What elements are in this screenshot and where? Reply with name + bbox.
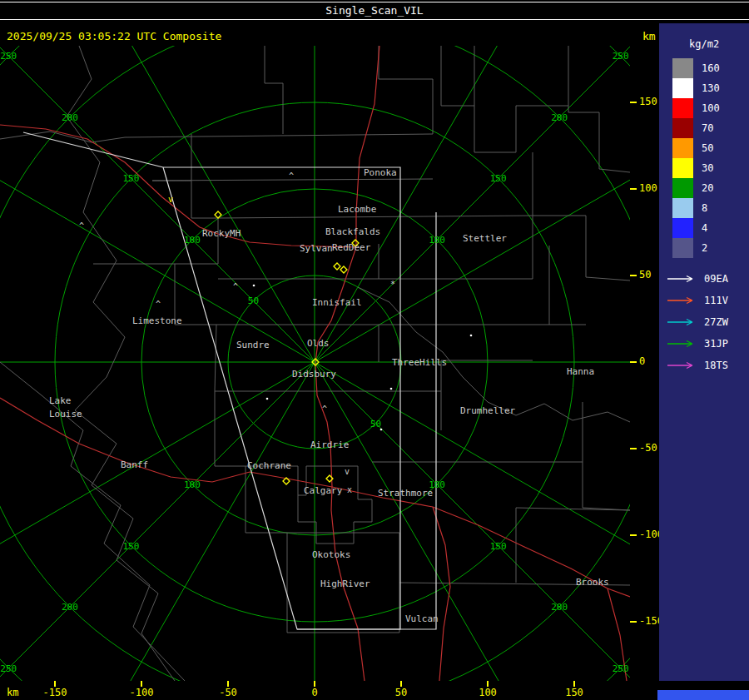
color-swatch (672, 158, 693, 178)
county-boundary-line (125, 46, 433, 137)
county-boundary-line (568, 46, 630, 172)
county-boundary-line (246, 360, 533, 391)
right-axis-tick (630, 448, 637, 449)
city-label: Olds (307, 338, 330, 349)
city-label: Drumheller (460, 405, 516, 416)
azimuth-line (57, 46, 315, 362)
right-axis-tick (630, 361, 637, 363)
right-axis-label: 150 (639, 96, 657, 107)
radar-arrow-icon (666, 317, 697, 327)
radar-id-label: 31JP (704, 338, 728, 350)
city-label: Stettler (463, 233, 507, 244)
radar-legend-item: 111V (666, 290, 749, 311)
right-axis-tick (630, 188, 637, 190)
peak-marker: ^ (322, 405, 327, 414)
city-label: Calgary (304, 485, 343, 496)
city-label: Lake (49, 395, 72, 406)
range-ring-label: 200 (62, 602, 78, 613)
x-marker: x (347, 485, 352, 494)
radar-id-label: 18TS (704, 360, 728, 371)
range-ring-label: 200 (551, 112, 568, 123)
bottom-axis-label: 100 (468, 687, 508, 698)
color-scale-value: 20 (702, 182, 713, 194)
right-axis-label: -50 (639, 442, 657, 454)
color-swatch (672, 178, 693, 198)
range-ring-label: 100 (429, 235, 445, 246)
county-boundary-line (218, 216, 533, 218)
town-dot (253, 285, 255, 287)
azimuth-line (0, 46, 315, 362)
color-scale-row: 100 (672, 98, 749, 118)
radar-list: 09EA111V27ZW31JP18TS (666, 268, 749, 376)
city-diamond-marker (340, 266, 347, 273)
color-scale-value: 50 (702, 142, 713, 154)
bottom-axis-label: -50 (208, 687, 248, 698)
arrow-marker: v (168, 195, 173, 204)
county-boundary-line (358, 287, 630, 422)
radar-legend-item: 09EA (666, 268, 749, 290)
bottom-axis-label: 0 (295, 687, 335, 698)
range-ring-label: 100 (184, 235, 201, 246)
range-ring-label: 100 (184, 479, 201, 490)
color-scale-value: 130 (702, 82, 720, 94)
range-ring-label: 150 (122, 541, 139, 552)
city-label: Ponoka (364, 167, 397, 178)
town-dot (470, 335, 473, 337)
color-scale-value: 30 (702, 162, 713, 174)
county-boundary-line (265, 46, 283, 134)
county-boundary-line (379, 246, 549, 325)
radar-legend-item: 31JP (666, 333, 749, 355)
peak-marker: ^ (156, 300, 161, 309)
peak-marker: ^ (289, 171, 294, 181)
horizontal-scrollbar[interactable] (657, 690, 749, 700)
color-swatch (672, 138, 693, 158)
right-axis-label: 100 (639, 182, 657, 194)
radar-arrow-icon (666, 360, 697, 370)
right-axis-tick (630, 102, 637, 103)
star-marker: * (390, 280, 395, 289)
highway-line (0, 125, 356, 247)
color-scale-row: 8 (672, 198, 749, 218)
color-scale-row: 160 (672, 58, 749, 78)
city-label: HighRiver (320, 578, 370, 589)
range-ring-label: 250 (0, 663, 17, 674)
range-ring-label: 150 (122, 173, 139, 184)
color-swatch (672, 78, 693, 98)
window-title-bar: Single_Scan_VIL (0, 2, 749, 20)
town-dot (380, 429, 383, 431)
bottom-axis-label: -100 (122, 687, 161, 698)
city-label: Sundre (236, 340, 270, 350)
county-boundary-line (0, 362, 185, 681)
right-axis-tick (630, 275, 637, 276)
range-ring-label: 200 (62, 112, 78, 123)
scan-area-outline (297, 212, 436, 629)
color-scale-value: 160 (702, 62, 720, 74)
color-scale-value: 70 (702, 122, 713, 134)
color-scale-row: 50 (672, 138, 749, 158)
azimuth-line (57, 362, 315, 681)
bottom-axis-tick (141, 681, 142, 687)
color-scale-row: 70 (672, 118, 749, 138)
range-ring-label: 50 (248, 295, 259, 306)
county-boundary-line (533, 216, 630, 280)
city-label: Banff (121, 459, 148, 470)
county-boundary-line (67, 46, 125, 377)
color-swatch (672, 58, 693, 78)
city-label: Limestone (132, 315, 182, 326)
radar-arrow-icon (666, 339, 697, 349)
radar-legend-item: 27ZW (666, 311, 749, 333)
right-axis-label: 50 (639, 269, 651, 280)
right-axis-tick (630, 621, 637, 623)
city-label: Sylvan (300, 243, 333, 254)
city-label: ThreeHills (392, 357, 447, 368)
range-ring-label: 250 (613, 51, 629, 62)
radar-legend-item: 18TS (666, 355, 749, 376)
radar-map-canvas[interactable]: 5010015020025010015020025010015020025050… (0, 46, 630, 681)
bottom-axis-tick (227, 681, 229, 687)
range-ring-label: 250 (0, 51, 17, 62)
color-scale-row: 30 (672, 158, 749, 178)
radar-id-label: 27ZW (704, 316, 728, 328)
color-swatch (672, 198, 693, 218)
axis-unit-bottom: km (7, 687, 18, 698)
radar-id-label: 111V (704, 295, 728, 306)
